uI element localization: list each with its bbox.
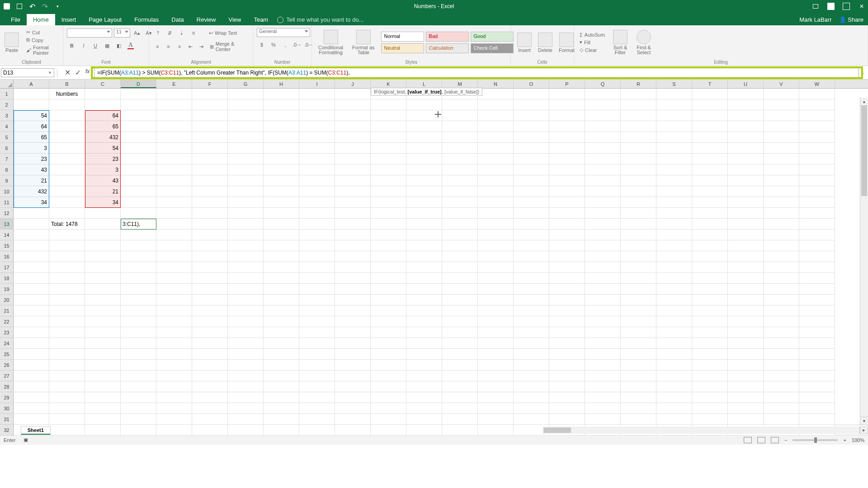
cell-W11[interactable] — [799, 197, 835, 208]
cell-W1[interactable] — [799, 89, 835, 99]
cell-E13[interactable] — [156, 219, 192, 230]
cell-U23[interactable] — [728, 327, 764, 338]
tab-data[interactable]: Data — [165, 14, 190, 25]
cell-U5[interactable] — [728, 132, 764, 143]
percent-format-icon[interactable]: % — [269, 40, 278, 50]
row-header-26[interactable]: 26 — [0, 360, 14, 371]
cell-Q31[interactable] — [585, 414, 621, 425]
cell-M25[interactable] — [442, 349, 478, 360]
cell-P14[interactable] — [549, 230, 585, 240]
cell-L11[interactable] — [406, 197, 442, 208]
cell-J14[interactable] — [335, 230, 371, 240]
undo-icon[interactable]: ↶ — [28, 2, 36, 10]
cell-I26[interactable] — [299, 360, 335, 371]
cell-S1[interactable] — [656, 89, 692, 99]
cell-E18[interactable] — [156, 273, 192, 284]
cell-U13[interactable] — [728, 219, 764, 230]
cell-B11[interactable] — [49, 197, 85, 208]
column-header-M[interactable]: M — [442, 80, 478, 88]
cell-G6[interactable] — [228, 143, 264, 154]
cell-E23[interactable] — [156, 327, 192, 338]
cell-V28[interactable] — [764, 381, 799, 392]
cell-F32[interactable] — [192, 425, 228, 436]
cell-T11[interactable] — [692, 197, 728, 208]
cell-L26[interactable] — [406, 360, 442, 371]
insert-function-icon[interactable]: fx — [85, 68, 90, 77]
cell-D18[interactable] — [121, 273, 156, 284]
cell-H31[interactable] — [264, 414, 299, 425]
format-as-table-button[interactable]: Format as Table — [349, 30, 377, 55]
cell-R27[interactable] — [621, 371, 656, 381]
row-header-10[interactable]: 10 — [0, 186, 14, 197]
cell-R16[interactable] — [621, 251, 656, 262]
cell-C23[interactable] — [85, 327, 121, 338]
cell-B29[interactable] — [49, 392, 85, 403]
cell-Q30[interactable] — [585, 403, 621, 414]
cell-K14[interactable] — [371, 230, 406, 240]
cell-V30[interactable] — [764, 403, 799, 414]
cell-F28[interactable] — [192, 381, 228, 392]
cell-V15[interactable] — [764, 240, 799, 251]
macro-record-icon[interactable]: ▣ — [24, 437, 28, 443]
cell-R28[interactable] — [621, 381, 656, 392]
cell-K25[interactable] — [371, 349, 406, 360]
cell-M7[interactable] — [442, 154, 478, 164]
cell-W27[interactable] — [799, 371, 835, 381]
cell-A18[interactable] — [14, 273, 49, 284]
cell-T7[interactable] — [692, 154, 728, 164]
cell-H17[interactable] — [264, 262, 299, 273]
cell-B18[interactable] — [49, 273, 85, 284]
cell-G7[interactable] — [228, 154, 264, 164]
cell-U2[interactable] — [728, 99, 764, 110]
cell-K21[interactable] — [371, 305, 406, 316]
cell-L20[interactable] — [406, 295, 442, 305]
increase-font-icon[interactable]: A▴ — [132, 28, 142, 38]
cell-A17[interactable] — [14, 262, 49, 273]
fill-button[interactable]: ▾ Fill — [578, 39, 607, 46]
cell-J4[interactable] — [335, 121, 371, 132]
cell-M9[interactable] — [442, 175, 478, 186]
cell-J28[interactable] — [335, 381, 371, 392]
cell-U8[interactable] — [728, 164, 764, 175]
cell-H9[interactable] — [264, 175, 299, 186]
cell-R6[interactable] — [621, 143, 656, 154]
cell-J9[interactable] — [335, 175, 371, 186]
cell-K19[interactable] — [371, 284, 406, 295]
cell-P23[interactable] — [549, 327, 585, 338]
font-color-button[interactable]: A — [126, 41, 136, 51]
cell-V7[interactable] — [764, 154, 799, 164]
cell-K8[interactable] — [371, 164, 406, 175]
worksheet-grid[interactable]: 1Numbers23546446465565432635472323843392… — [0, 89, 868, 425]
row-header-13[interactable]: 13 — [0, 219, 14, 230]
find-select-button[interactable]: Find & Select — [634, 30, 654, 55]
cell-A16[interactable] — [14, 251, 49, 262]
cell-Q10[interactable] — [585, 186, 621, 197]
cell-G16[interactable] — [228, 251, 264, 262]
cell-V29[interactable] — [764, 392, 799, 403]
cell-L30[interactable] — [406, 403, 442, 414]
cell-Q3[interactable] — [585, 110, 621, 121]
cell-V10[interactable] — [764, 186, 799, 197]
cell-B7[interactable] — [49, 154, 85, 164]
cell-R25[interactable] — [621, 349, 656, 360]
cell-T18[interactable] — [692, 273, 728, 284]
cell-K18[interactable] — [371, 273, 406, 284]
increase-indent-icon[interactable]: ⇥ — [197, 42, 206, 52]
view-page-break-icon[interactable] — [771, 437, 779, 443]
cell-G3[interactable] — [228, 110, 264, 121]
cell-Q14[interactable] — [585, 230, 621, 240]
cell-H21[interactable] — [264, 305, 299, 316]
cell-M23[interactable] — [442, 327, 478, 338]
cell-P6[interactable] — [549, 143, 585, 154]
cell-M20[interactable] — [442, 295, 478, 305]
cell-U6[interactable] — [728, 143, 764, 154]
cell-B13[interactable]: Total: 1478 — [49, 219, 85, 230]
cell-I20[interactable] — [299, 295, 335, 305]
cell-M6[interactable] — [442, 143, 478, 154]
cell-D32[interactable] — [121, 425, 156, 436]
cell-L27[interactable] — [406, 371, 442, 381]
column-header-W[interactable]: W — [799, 80, 835, 88]
cell-V12[interactable] — [764, 208, 799, 219]
cell-D11[interactable] — [121, 197, 156, 208]
cell-D19[interactable] — [121, 284, 156, 295]
